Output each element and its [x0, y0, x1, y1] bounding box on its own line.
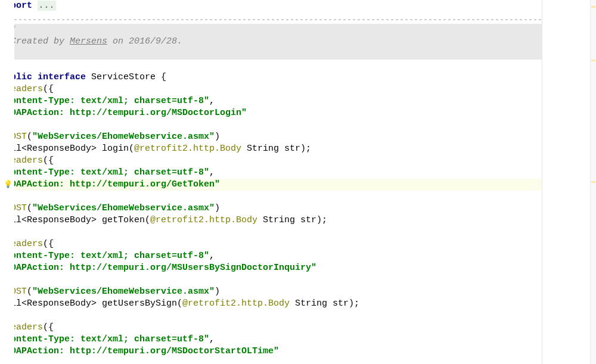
code-line[interactable]: Call<ResponseBody> getToken(@retrofit2.h…: [0, 214, 596, 226]
string-soapaction: "SOAPAction: http://tempuri.org/MSDoctor…: [0, 108, 247, 118]
param: String str);: [241, 144, 311, 154]
string-soapaction: "SOAPAction: http://tempuri.org/MSUsersB…: [0, 263, 316, 273]
code-line[interactable]: @POST("WebServices/EhomeWebservice.asmx"…: [0, 203, 596, 214]
type-name: ServiceStore {: [86, 72, 166, 82]
stripe-marker[interactable]: [591, 60, 595, 61]
fold-placeholder[interactable]: ...: [38, 1, 56, 11]
right-margin-guide: [542, 0, 542, 364]
string-content-type: "Content-Type: text/xml; charset=utf-8": [0, 167, 209, 178]
stripe-marker[interactable]: [591, 181, 595, 183]
stripe-marker[interactable]: [591, 6, 595, 8]
error-stripe-track[interactable]: [590, 0, 596, 364]
code-line[interactable]: }): [0, 357, 596, 364]
code-line[interactable]: @Headers({: [0, 83, 596, 95]
code-line[interactable]: "Content-Type: text/xml; charset=utf-8",: [0, 167, 596, 179]
code-line[interactable]: public interface ServiceStore {: [0, 71, 596, 83]
annotation-body: @retrofit2.http.Body: [182, 298, 290, 309]
string-content-type: "Content-Type: text/xml; charset=utf-8": [0, 251, 209, 261]
code-line[interactable]: "Content-Type: text/xml; charset=utf-8",: [0, 250, 596, 262]
code-line[interactable]: @POST("WebServices/EhomeWebservice.asmx"…: [0, 131, 596, 143]
brace: ({: [43, 322, 54, 332]
comma: ,: [209, 334, 215, 344]
editor-gutter[interactable]: 💡: [0, 0, 14, 364]
code-line[interactable]: "SOAPAction: http://tempuri.org/MSDoctor…: [0, 346, 596, 357]
brace: ({: [43, 155, 54, 166]
paren: ): [215, 132, 220, 142]
paren: (: [27, 132, 32, 142]
code-line[interactable]: [0, 226, 596, 238]
javadoc-text: Created by: [11, 36, 70, 46]
code-line[interactable]: @Headers({: [0, 155, 596, 167]
javadoc-text: on 2016/9/28.: [107, 36, 182, 46]
code-line[interactable]: }): [0, 274, 596, 286]
code-line[interactable]: Call<ResponseBody> login(@retrofit2.http…: [0, 143, 596, 155]
code-line[interactable]: [0, 12, 596, 24]
string-url: "WebServices/EhomeWebservice.asmx": [32, 203, 215, 213]
intention-bulb-icon[interactable]: 💡: [4, 180, 13, 189]
code-line[interactable]: * Created by Mersens on 2016/9/28.: [0, 36, 542, 48]
string-url: "WebServices/EhomeWebservice.asmx": [32, 287, 215, 297]
method-name: getUsersBySign(: [102, 298, 182, 309]
code-line[interactable]: @POST("WebServices/EhomeWebservice.asmx"…: [0, 286, 596, 298]
code-line[interactable]: "Content-Type: text/xml; charset=utf-8",: [0, 95, 596, 107]
method-name: login(: [102, 144, 134, 154]
call-type: Call<ResponseBody>: [0, 298, 102, 309]
text: [32, 1, 38, 11]
string-url: "WebServices/EhomeWebservice.asmx": [32, 132, 215, 142]
keyword-interface: interface: [38, 72, 86, 82]
comma: ,: [209, 167, 215, 178]
paren: (: [27, 287, 32, 297]
code-line[interactable]: @Headers({: [0, 322, 596, 334]
code-line[interactable]: }): [0, 119, 596, 131]
string-soapaction: "SOAPAction: http://tempuri.org/GetToken…: [0, 179, 220, 189]
folded-region-tear: [0, 19, 542, 20]
call-type: Call<ResponseBody>: [0, 215, 102, 225]
string-content-type: "Content-Type: text/xml; charset=utf-8": [0, 334, 209, 344]
comma: ,: [209, 96, 215, 106]
javadoc-author-link[interactable]: Mersens: [70, 36, 107, 46]
string-content-type: "Content-Type: text/xml; charset=utf-8": [0, 96, 209, 106]
code-line-caret[interactable]: "SOAPAction: http://tempuri.org/GetToken…: [0, 179, 542, 191]
method-name: getToken(: [102, 215, 150, 225]
paren: ): [215, 203, 220, 213]
annotation-body: @retrofit2.http.Body: [150, 215, 257, 225]
comma: ,: [209, 251, 215, 261]
annotation-body: @retrofit2.http.Body: [134, 144, 241, 154]
code-line[interactable]: [0, 60, 596, 71]
code-editor-area[interactable]: import ... /** * Created by Mersens on 2…: [0, 0, 596, 364]
param: String str);: [290, 298, 359, 309]
code-line[interactable]: "SOAPAction: http://tempuri.org/MSDoctor…: [0, 107, 596, 119]
code-line[interactable]: /**: [0, 24, 542, 36]
code-line[interactable]: "SOAPAction: http://tempuri.org/MSUsersB…: [0, 262, 596, 274]
code-line[interactable]: }): [0, 191, 596, 203]
code-line[interactable]: [0, 310, 596, 322]
code-line[interactable]: import ...: [0, 0, 596, 12]
call-type: Call<ResponseBody>: [0, 144, 102, 154]
paren: (: [27, 203, 32, 213]
param: String str);: [257, 215, 327, 225]
string-soapaction: "SOAPAction: http://tempuri.org/MSDoctor…: [0, 346, 279, 356]
brace: ({: [43, 239, 54, 249]
code-line[interactable]: */: [0, 48, 542, 60]
code-line[interactable]: Call<ResponseBody> getUsersBySign(@retro…: [0, 298, 596, 310]
code-line[interactable]: @Headers({: [0, 238, 596, 250]
text: [32, 72, 38, 82]
code-line[interactable]: "Content-Type: text/xml; charset=utf-8",: [0, 334, 596, 346]
brace: ({: [43, 84, 54, 94]
paren: ): [215, 287, 220, 297]
